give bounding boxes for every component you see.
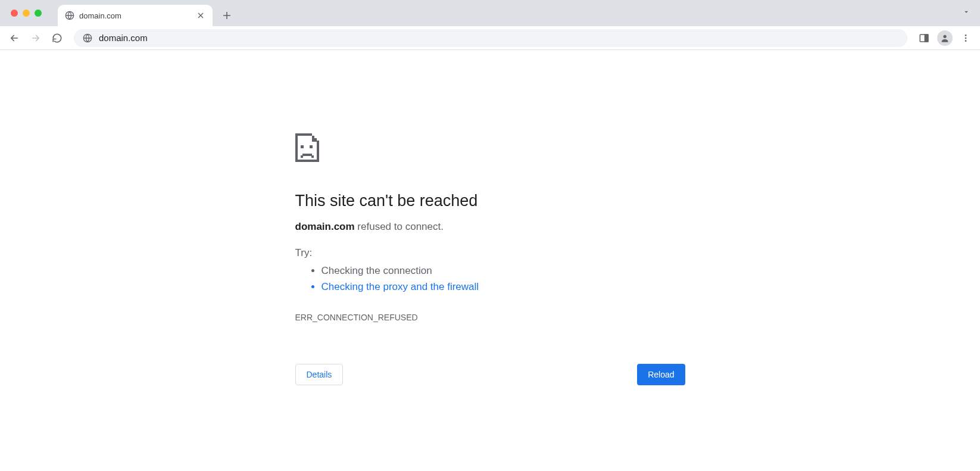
address-bar[interactable]: domain.com	[74, 29, 907, 47]
new-tab-button[interactable]	[219, 7, 235, 24]
window-minimize-button[interactable]	[23, 10, 30, 17]
error-container: This site can't be reached domain.com re…	[295, 133, 685, 385]
svg-rect-12	[310, 145, 313, 148]
error-code: ERR_CONNECTION_REFUSED	[295, 313, 685, 322]
svg-rect-11	[301, 145, 304, 148]
error-desc-suffix: refused to connect.	[355, 221, 444, 232]
svg-rect-4	[925, 35, 928, 42]
site-info-icon[interactable]	[82, 33, 93, 43]
svg-rect-9	[312, 136, 314, 138]
svg-rect-13	[302, 154, 312, 156]
button-row: Details Reload	[295, 364, 685, 385]
menu-button[interactable]	[956, 29, 975, 48]
globe-icon	[65, 11, 74, 20]
window-controls	[11, 10, 42, 17]
forward-button[interactable]	[26, 29, 45, 48]
suggestion-check-connection: Checking the connection	[322, 263, 685, 279]
tab-title: domain.com	[79, 11, 191, 20]
profile-avatar-button[interactable]	[937, 30, 953, 46]
error-host: domain.com	[295, 221, 355, 232]
side-panel-button[interactable]	[915, 29, 934, 48]
tab-strip: domain.com	[0, 0, 980, 26]
svg-point-5	[943, 35, 946, 38]
svg-point-8	[965, 40, 967, 42]
page-content: This site can't be reached domain.com re…	[0, 50, 980, 385]
svg-rect-15	[311, 155, 314, 158]
try-label: Try:	[295, 247, 685, 259]
svg-rect-14	[301, 155, 303, 158]
reload-button[interactable]	[48, 29, 67, 48]
sad-page-icon	[295, 133, 319, 162]
tabs-area: domain.com	[58, 5, 980, 26]
error-description: domain.com refused to connect.	[295, 221, 685, 233]
svg-point-7	[965, 37, 967, 39]
toolbar: domain.com	[0, 26, 980, 50]
error-title: This site can't be reached	[295, 192, 685, 210]
url-text: domain.com	[99, 33, 148, 43]
browser-tab[interactable]: domain.com	[58, 5, 213, 26]
window-close-button[interactable]	[11, 10, 18, 17]
window-maximize-button[interactable]	[35, 10, 42, 17]
svg-rect-10	[314, 138, 317, 141]
close-tab-button[interactable]	[196, 11, 205, 20]
svg-point-6	[965, 35, 967, 36]
back-button[interactable]	[5, 29, 24, 48]
details-button[interactable]: Details	[295, 364, 344, 385]
toolbar-right	[915, 29, 975, 48]
suggestions-list: Checking the connection Checking the pro…	[295, 263, 685, 295]
tab-list-dropdown[interactable]	[960, 5, 973, 21]
suggestion-check-proxy-link[interactable]: Checking the proxy and the firewall	[322, 279, 685, 295]
reload-page-button[interactable]: Reload	[637, 364, 685, 385]
